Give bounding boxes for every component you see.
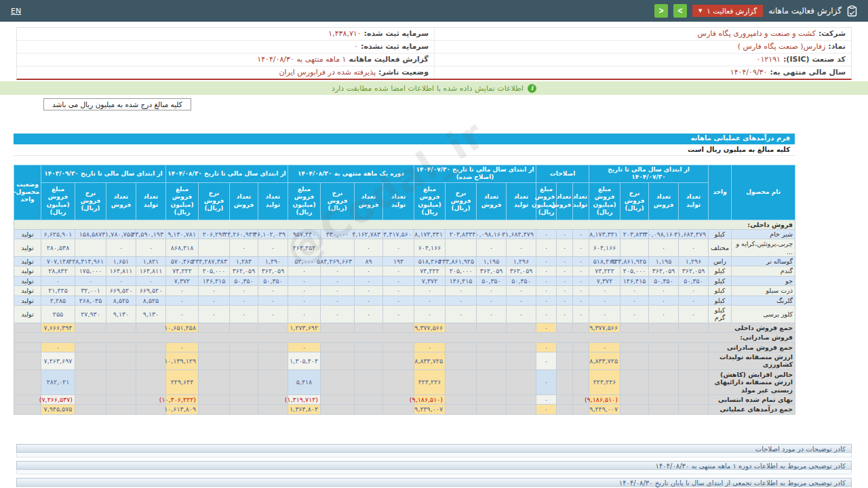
empty-cell [136, 342, 166, 352]
value-cell: ۳۶۲,۰۵۹ [507, 266, 536, 276]
empty-cell [446, 405, 477, 414]
product-row: شیر خامکیلو۴۱,۶۸۴,۴۷۹۴۰,۰۹۸,۱۶۰۲۰۳,۸۳۳۸,… [14, 229, 795, 239]
next-report-button[interactable]: > [673, 4, 687, 18]
field-value: ۱,۴۳۸,۷۱۰ [328, 29, 361, 38]
col-subheader: تعداد فروش [649, 182, 679, 220]
empty-cell [477, 394, 507, 404]
value-cell: ۰ [679, 286, 709, 296]
empty-cell [321, 352, 355, 369]
summary-amount-cell: ۰ [589, 342, 620, 352]
value-cell: ۰ [288, 286, 321, 296]
report-type-dropdown[interactable]: گزارش فعالیت ۱ ▼ [692, 5, 763, 17]
summary-amount-cell: ۲۲۹,۶۴۴ [166, 369, 199, 394]
summary-label-cell: جمع درآمدهای عملیاتی [709, 405, 795, 414]
empty-cell [321, 342, 355, 352]
empty-cell [199, 323, 230, 332]
summary-amount-cell: ۱,۲۷۳,۶۹۲ [288, 323, 321, 332]
value-cell: ۰ [589, 286, 620, 296]
field-value: پذیرفته شده در فرابورس ایران [279, 68, 376, 77]
empty-cell [199, 369, 230, 394]
previous-report-button[interactable]: < [654, 4, 668, 18]
empty-cell [679, 323, 709, 332]
product-row: گلرنگکیلو۰۰۰۰۰۰۰۰۰۰۰۰۰۰۰۰۰۰۰۸,۵۲۵۸,۵۲۵۲۶… [14, 296, 795, 305]
col-subheader: نرخ فروش (ریال) [75, 182, 106, 220]
value-cell: ۰ [573, 306, 589, 323]
summary-amount-cell: ۰ [536, 352, 557, 369]
value-cell: ۰ [557, 257, 573, 266]
summary-amount-cell: ۱۰,۶۱۳,۸۰۹ [166, 405, 199, 414]
empty-cell [106, 394, 136, 404]
summary-amount-cell: ۷,۲۶۳,۶۹۷ [41, 352, 75, 369]
value-cell: ۰ [106, 276, 136, 285]
value-cell: ۰ [589, 296, 620, 305]
value-cell: ۴۰,۰۹۸,۱۶۰ [477, 229, 507, 239]
cumulative-explanation-header[interactable]: کادر توضیحی مربوط به اطلاعات تجمعی از اب… [16, 478, 852, 487]
value-cell: ۲۰۵,۰۰۰ [446, 266, 477, 276]
empty-cell [679, 352, 709, 369]
value-cell [620, 239, 649, 257]
empty-cell [477, 369, 507, 394]
col-group-header: از ابتدای سال مالی تا تاریخ ۱۴۰۴/۰۷/۳۰ (… [414, 165, 536, 183]
empty-cell [230, 369, 258, 394]
empty-cell [620, 394, 649, 404]
product-status-cell: تولید [14, 296, 41, 305]
section-row: فروش داخلی: [14, 220, 795, 229]
field-value: ۰۱۲۱۹۱ [757, 55, 781, 64]
corrections-panel-body [16, 453, 852, 458]
value-cell: ۰ [288, 276, 321, 285]
value-cell: ۶۶۹,۵۲۰ [136, 286, 166, 296]
operating-revenue-table: نام محصولواحداز ابتدای سال مالی تا تاریخ… [14, 165, 795, 415]
empty-cell [199, 394, 230, 404]
value-cell: ۰ [649, 239, 679, 257]
product-name-cell: کلور پرسی [732, 306, 795, 323]
summary-label-cell: بهای تمام شده انتسابی [709, 394, 795, 404]
value-cell: ۸۶۸,۴۱۸ [166, 239, 199, 257]
value-cell: ۸,۱۷۳,۳۴۱ [589, 229, 620, 239]
value-cell: ۲۸,۸۴۲ [41, 266, 75, 276]
empty-cell [106, 352, 136, 369]
value-cell: ۰ [649, 286, 679, 296]
value-cell: ۰ [166, 296, 199, 305]
value-cell: ۱۴۶,۴۱۵ [446, 276, 477, 285]
summary-label-cell: جمع فروش داخلی [709, 323, 795, 332]
value-cell: ۰ [383, 296, 414, 305]
corrections-panel-header[interactable]: کادر توضیحات در مورد اصلاحات [16, 444, 852, 453]
empty-cell [477, 405, 507, 414]
empty-cell [573, 369, 589, 394]
value-cell: ۰ [355, 296, 383, 305]
info-row: کد صنعت (ISIC):۰۱۲۱۹۱ گزارش فعالیت ماهان… [17, 54, 851, 66]
field-label: نماد: [828, 42, 846, 51]
empty-cell [106, 342, 136, 352]
empty-cell [106, 369, 136, 394]
empty-cell [477, 352, 507, 369]
company-field: شرکت:کشت و صنعت و دامپروری پگاه فارس [434, 28, 851, 40]
product-status-cell: تولید [14, 266, 41, 276]
value-cell: ۰ [573, 296, 589, 305]
empty-cell [230, 352, 258, 369]
summary-amount-cell: ۷,۹۴۵,۵۷۵ [41, 405, 75, 414]
value-cell: ۵۲,۰۰۰ [288, 257, 321, 266]
empty-cell [106, 323, 136, 332]
col-group-header: از ابتدای سال مالی تا تاریخ ۱۴۰۴/۰۷/۳۰ [589, 165, 709, 183]
value-cell: ۰ [536, 306, 557, 323]
value-cell: ۵۰,۳۵۰ [679, 276, 709, 285]
empty-cell [136, 369, 166, 394]
col-subheader: تعداد فروش [355, 182, 383, 220]
summary-amount-cell: ۹,۲۴۹,۰۰۷ [589, 405, 620, 414]
summary-amount-cell: ۹,۳۷۷,۵۶۶ [414, 323, 446, 332]
language-en-link[interactable]: EN [11, 7, 21, 16]
value-cell: ۰ [75, 276, 106, 285]
product-row: کلور پرسیکیلو گرم۰۰۰۰۰۰۰۰۰۰۰۰۰۰۰۰۰۰۰۹,۱۳… [14, 306, 795, 323]
product-name-cell: جو [732, 276, 795, 285]
value-cell: ۰ [321, 266, 355, 276]
summary-row: جمع فروش داخلی۹,۳۷۷,۵۶۶۰۹,۳۷۷,۵۶۶۱,۲۷۳,۶… [14, 323, 795, 332]
summary-amount-cell: (۹,۱۸۶,۵۱۰) [414, 394, 446, 404]
value-cell: ۴۴۴,۲۸۷,۳۸۳ [199, 257, 230, 266]
summary-amount-cell: ۱۰,۶۵۱,۲۵۸ [166, 323, 199, 332]
period-explanation-header[interactable]: کادر توضیحی مربوط به اطلاعات دوره ۱ ماهه… [16, 461, 852, 470]
value-cell: ۰ [557, 239, 573, 257]
empty-cell [649, 342, 679, 352]
field-value: ۰ [354, 42, 358, 51]
empty-cell [14, 369, 41, 394]
empty-cell [507, 342, 536, 352]
